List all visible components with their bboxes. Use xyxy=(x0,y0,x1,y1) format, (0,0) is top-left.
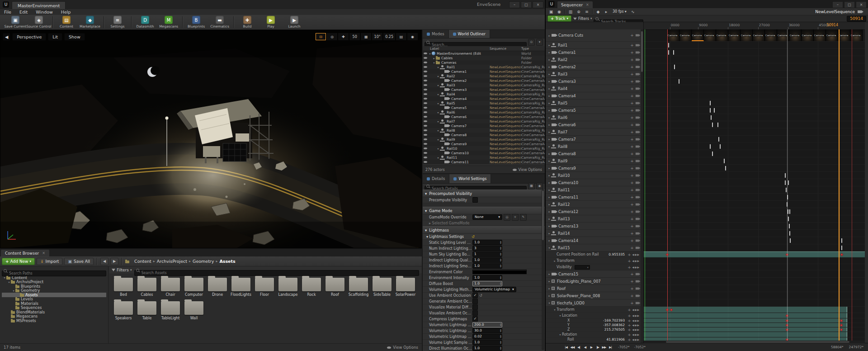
toolbar-button-source-control[interactable]: ◈Source Control xyxy=(27,16,51,28)
key-nav-icon[interactable]: ▶ xyxy=(637,314,639,317)
add-key-button[interactable]: + xyxy=(627,308,632,312)
camera-lock-icon[interactable] xyxy=(636,273,639,275)
lane-camera-cuts[interactable]: CameraCameraCameraCameraCameraCameraCame… xyxy=(644,29,865,42)
add-section-button[interactable]: + xyxy=(629,115,635,120)
toolbar-button-settings[interactable]: ≡Settings xyxy=(106,16,129,28)
expander-icon[interactable]: ▸ xyxy=(547,210,551,213)
camera-lock-icon[interactable] xyxy=(636,73,639,75)
visibility-eye-icon[interactable] xyxy=(423,143,428,145)
lane-rail9[interactable] xyxy=(644,157,865,165)
lane-rail12[interactable] xyxy=(644,201,865,208)
expander-icon[interactable]: ▾ xyxy=(7,280,11,284)
expander-icon[interactable]: ▾ xyxy=(547,246,551,249)
add-key-button[interactable]: + xyxy=(627,259,632,263)
key-nav-icon[interactable]: ▶ xyxy=(637,308,639,311)
camera-lock-icon[interactable] xyxy=(636,225,639,227)
selected-section[interactable] xyxy=(644,327,847,332)
details-eye-button[interactable]: ◉ xyxy=(536,183,543,190)
current-frame-field[interactable]: 50914 xyxy=(847,16,866,22)
key-nav-icon[interactable]: ◀ xyxy=(632,253,634,256)
track-roof[interactable]: ▸Roof+ xyxy=(546,285,641,292)
lane-rail14[interactable] xyxy=(644,230,865,237)
expander-icon[interactable]: ▸ xyxy=(547,188,551,191)
value-spinbox[interactable]: 3▲▼ xyxy=(472,246,502,251)
add-section-button[interactable]: + xyxy=(629,202,635,207)
keyframe[interactable] xyxy=(717,122,718,127)
outliner-row-rail8[interactable]: ▾Rail8NewLevelSequenceCameraRig_Rail xyxy=(423,128,545,133)
track-rail12[interactable]: ▸Rail12+ xyxy=(546,201,641,208)
range-start-0[interactable]: -7052* xyxy=(618,345,630,349)
breadcrumb-assets[interactable]: Assets xyxy=(217,258,237,264)
keyframe[interactable] xyxy=(674,64,675,69)
camera-lock-icon[interactable] xyxy=(636,51,639,53)
keyframe[interactable] xyxy=(789,223,790,228)
browse-icon[interactable]: ◎ xyxy=(504,214,510,221)
expander-icon[interactable]: ▸ xyxy=(547,232,551,235)
menu-file[interactable]: File xyxy=(0,9,15,15)
track-rail11[interactable]: ▸Rail11+ xyxy=(546,186,641,194)
lane-rail3[interactable] xyxy=(644,71,865,78)
track-rail9[interactable]: ▸Rail9+ xyxy=(546,157,641,165)
keyframe[interactable] xyxy=(789,209,790,213)
track-rail5[interactable]: ▸Rail5+ xyxy=(546,100,641,107)
add-section-button[interactable]: + xyxy=(629,101,635,105)
expander-icon[interactable]: ▸ xyxy=(547,203,551,206)
details-category-game-mode[interactable]: ▾Game Mode xyxy=(423,207,545,214)
column-header-sequence[interactable]: Sequence xyxy=(490,47,521,51)
track-camera15[interactable]: ▸Camera15+ xyxy=(546,270,641,278)
transport-button-2[interactable]: ◀| xyxy=(576,346,582,349)
expander-icon[interactable]: ▾ xyxy=(436,75,440,78)
asset-folder-floodlights[interactable]: FloodLights xyxy=(229,275,253,297)
outliner-row-rail4[interactable]: ▾Rail4NewLevelSequenceCameraRig_Rail xyxy=(423,92,545,96)
value-spinbox[interactable]: 30.0▲▼ xyxy=(472,328,502,333)
toolbar-button-build[interactable]: ✚Build xyxy=(236,16,259,28)
tree-item-sequences[interactable]: Sequences xyxy=(2,306,106,310)
color-swatch[interactable] xyxy=(472,270,527,274)
viewport-hud-item-4[interactable]: ▦ xyxy=(361,33,371,40)
outliner-row-rail2[interactable]: ▾Rail2NewLevelSequenceCameraRig_Rail xyxy=(423,74,545,78)
outliner-row-rail9[interactable]: ▾Rail9NewLevelSequenceCameraRig_Rail xyxy=(423,137,545,142)
track-camera9[interactable]: ▸Camera9+ xyxy=(546,165,641,172)
track-rail3[interactable]: ▸Rail3+ xyxy=(546,71,641,78)
add-icon[interactable]: + xyxy=(512,214,519,221)
track-transform[interactable]: ▸Transform+◀◆▶ xyxy=(546,258,641,264)
tree-item-archvisproject[interactable]: ▾ArchvisProject xyxy=(2,280,106,285)
camera-cut-thumbnail[interactable]: Camera xyxy=(802,29,814,41)
asset-folder-tablelight[interactable]: TableLight xyxy=(159,299,182,320)
value-spinbox[interactable]: 1.0▲▼ xyxy=(472,240,502,245)
menu-window[interactable]: Window xyxy=(32,9,57,15)
lane-rail13[interactable] xyxy=(644,215,865,223)
expander-icon[interactable]: ▸ xyxy=(547,217,551,220)
track-rail10[interactable]: ▸Rail10+ xyxy=(546,172,641,179)
track-rail13[interactable]: ▸Rail13+ xyxy=(546,215,641,223)
lane-camera7[interactable] xyxy=(644,136,865,143)
expander-icon[interactable]: ▸ xyxy=(547,51,551,54)
camera-lock-icon[interactable] xyxy=(636,80,639,82)
asset-folder-cables[interactable]: Cables xyxy=(135,275,159,297)
add-key-button[interactable]: + xyxy=(627,323,632,327)
add-new-button[interactable]: +Add New▾ xyxy=(2,258,35,265)
panel-tab-world-settings[interactable]: World Settings xyxy=(449,174,491,183)
track-rail2[interactable]: ▸Rail2+ xyxy=(546,56,641,63)
expander-icon[interactable]: ▾ xyxy=(553,308,557,311)
asset-folder-drone[interactable]: Drone xyxy=(206,275,229,297)
lane-camera1[interactable] xyxy=(644,49,865,56)
lane-z[interactable] xyxy=(644,327,865,332)
asset-folder-speakers[interactable]: Speakers xyxy=(112,299,135,320)
keyframe[interactable] xyxy=(841,238,842,242)
visibility-eye-icon[interactable] xyxy=(423,71,428,72)
expander-icon[interactable]: ▸ xyxy=(547,159,551,162)
track-camera7[interactable]: ▸Camera7+ xyxy=(546,136,641,143)
key-nav-icon[interactable]: ▶ xyxy=(637,259,639,262)
camera-cut-thumbnail[interactable]: Camera xyxy=(716,29,728,41)
keyframe[interactable] xyxy=(710,108,711,112)
outliner-row-camera3[interactable]: Camera3NewLevelSequenceCineCameraActor xyxy=(423,87,545,92)
track-x[interactable]: X-169.702393+◀◆▶ xyxy=(546,318,641,323)
camera-lock-icon[interactable] xyxy=(636,280,639,282)
outliner-row-camera7[interactable]: Camera7NewLevelSequenceCineCameraActor xyxy=(423,123,545,128)
add-section-button[interactable]: + xyxy=(629,43,635,47)
track-rail7[interactable]: ▸Rail7+ xyxy=(546,128,641,136)
outliner-row-rail1[interactable]: ▾Rail1NewLevelSequenceCameraRig_Rail xyxy=(423,65,545,69)
expander-icon[interactable]: ▸ xyxy=(432,57,436,60)
keyframe[interactable] xyxy=(712,151,713,156)
